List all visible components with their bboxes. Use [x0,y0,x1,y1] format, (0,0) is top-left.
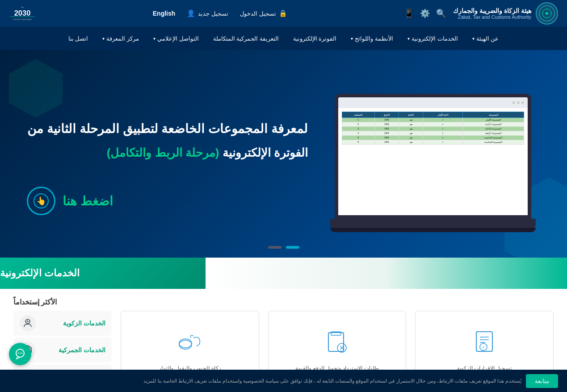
nav-einvoice[interactable]: الفوترة الإلكترونية [286,27,344,50]
svg-text:2030: 2030 [14,9,31,17]
svg-text:رؤية: رؤية [21,6,24,8]
top-icon-group: 📱 ⚙️ 🔍 [404,8,446,18]
main-nav: عن الهيئة ▾ الخدمات الإلكترونية ▾ الأنظم… [0,27,567,50]
screen-table-content: المجموعة الفئة الأولى الثانية التاريخ ال… [338,108,528,215]
nav-contact[interactable]: اتصل بنا [61,27,96,50]
laptop-container: المجموعة الفئة الأولى الثانية التاريخ ال… [330,89,536,232]
svg-text:✓: ✓ [482,345,485,350]
nav-knowledge[interactable]: مركز المعرفة ▾ [95,27,146,50]
services-header-gradient [206,258,567,289]
authority-emblem-icon [536,2,558,25]
chat-icon [14,348,26,360]
login-button[interactable]: 🔒 تسجيل الدخول [236,8,291,19]
authority-logo: هيئة الزكاة والضريبة والجمارك Zakat, Tax… [453,2,558,25]
sidebar-customs-label: الخدمات الجمركية [59,346,105,354]
sidebar-service-zakat[interactable]: الخدمات الزكوية [13,311,112,336]
screen-dot-2 [517,101,520,104]
mobile-icon-button[interactable]: 📱 [404,8,414,18]
hero-subtitle-main: الفوترة الإلكترونية [223,146,308,159]
hero-subtitle: الفوترة الإلكترونية (مرحلة الربط والتكام… [27,146,308,160]
emblem-svg [539,5,555,21]
authority-name-text: هيئة الزكاة والضريبة والجمارك Zakat, Tax… [453,7,531,20]
cta-hand-icon[interactable]: 👆 [27,187,55,215]
vision-2030-logo: رؤية 2030 KINGDOM OF SAUDI ARABIA [9,2,36,25]
laptop-foot [330,228,536,232]
nav-eservices[interactable]: الخدمات الإلكترونية ▾ [400,27,465,50]
laptop-screen-display: المجموعة الفئة الأولى الثانية التاريخ ال… [338,97,528,215]
chevron-down-icon: ▾ [472,36,475,41]
card-1-icon: ✓ [471,329,498,360]
services-section-title: الخدمات الإلكترونية [0,267,80,279]
vision-logo-area: رؤية 2030 KINGDOM OF SAUDI ARABIA [9,2,36,25]
search-icon-button[interactable]: 🔍 [436,8,446,18]
screen-header-bar [338,97,528,108]
live-chat-button[interactable] [9,343,31,365]
slide-dots [268,246,299,249]
svg-point-34 [21,353,22,354]
nav-regulations[interactable]: الأنظمة واللوائح ▾ [344,27,400,50]
nav-about[interactable]: عن الهيئة ▾ [465,27,506,50]
laptop-screen-body: المجموعة الفئة الأولى الثانية التاريخ ال… [335,94,531,219]
screen-data-table: المجموعة الفئة الأولى الثانية التاريخ ال… [342,112,524,145]
chevron-down-icon: ▾ [351,36,353,41]
chevron-down-icon: ▾ [153,36,155,41]
hero-title: لمعرفة المجموعات الخاضعة لتطبيق المرحلة … [27,119,308,139]
top-bar: رؤية 2030 KINGDOM OF SAUDI ARABIA 🔒 تسجي… [0,0,567,27]
nav-customs-tariff[interactable]: التعريفة الجمركية المتكاملة [206,27,286,50]
hero-subtitle-highlight: (مرحلة الربط والتكامل) [107,146,219,159]
svg-text:KINGDOM OF SAUDI ARABIA: KINGDOM OF SAUDI ARABIA [13,19,31,21]
cookie-message-text: يُستخدم هذا الموقع تعريف ملفات الارتباط،… [9,378,526,384]
svg-point-33 [20,353,21,354]
user-icon: 👤 [187,9,195,17]
register-button[interactable]: تسجيل جديد 👤 [183,8,232,19]
hero-cta-area: اضغط هنا 👆 [27,187,308,215]
lock-icon: 🔒 [279,9,287,17]
cookie-continue-button[interactable]: متابعة [526,374,558,388]
chevron-down-icon: ▾ [407,36,410,41]
card-3-icon [176,329,203,360]
sidebar-zakat-label: الخدمات الزكوية [63,320,105,327]
screen-dot-1 [521,101,524,104]
services-section-header: الخدمات الإلكترونية [0,258,567,289]
chevron-down-icon: ▾ [102,36,105,41]
svg-point-9 [546,12,548,15]
most-used-label: الأكثر إستخداماً [0,289,567,311]
hero-content: المجموعة الفئة الأولى الثانية التاريخ ال… [0,50,567,258]
language-toggle[interactable]: English [149,8,179,19]
top-bar-right: 📱 ⚙️ 🔍 هيئة الزكاة والضريبة والجمارك Zak… [404,2,558,25]
screen-dot-3 [512,101,515,104]
hero-text-content: لمعرفة المجموعات الخاضعة لتطبيق المرحلة … [27,110,326,216]
hero-section: المجموعة الفئة الأولى الثانية التاريخ ال… [0,50,567,258]
slide-dot-1[interactable] [286,246,299,249]
auth-buttons: 🔒 تسجيل الدخول تسجيل جديد 👤 English [149,8,291,19]
authority-branding: رؤية 2030 KINGDOM OF SAUDI ARABIA [9,2,36,25]
cookie-notification-bar: متابعة يُستخدم هذا الموقع تعريف ملفات ال… [0,370,567,392]
hero-cta-text[interactable]: اضغط هنا [63,194,113,209]
settings-icon-button[interactable]: ⚙️ [420,8,430,18]
slide-dot-2[interactable] [268,246,281,249]
laptop-base [330,219,536,228]
sidebar-zakat-icon [20,315,36,331]
hero-laptop-image: المجموعة الفئة الأولى الثانية التاريخ ال… [326,89,540,237]
svg-point-32 [18,353,19,354]
svg-text:👆: 👆 [36,196,46,206]
services-header-title-area: الخدمات الإلكترونية [0,258,206,289]
card-2-icon [324,329,351,360]
nav-media[interactable]: التواصل الإعلامي ▾ [146,27,206,50]
